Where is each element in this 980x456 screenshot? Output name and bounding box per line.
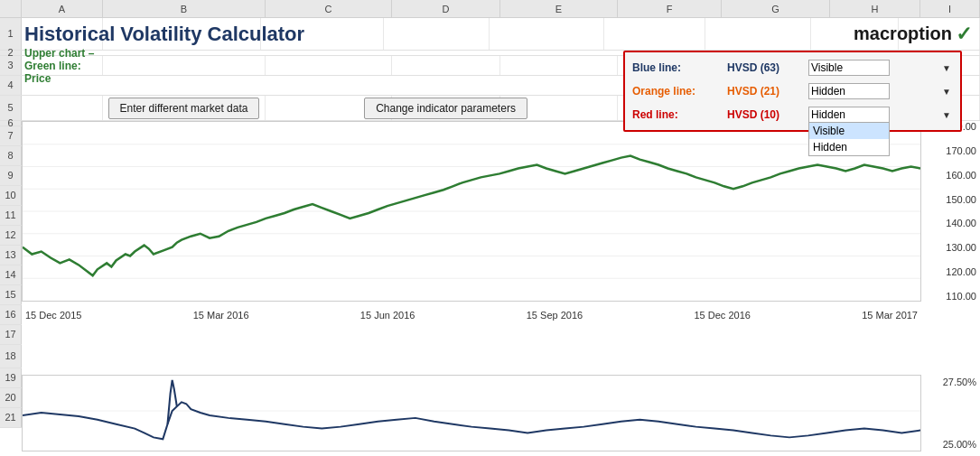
row-num-7: 7 bbox=[0, 126, 22, 145]
blue-line-value: HVSD (63) bbox=[727, 61, 808, 74]
dropdown-option-visible[interactable]: Visible bbox=[809, 123, 889, 139]
volatility-chart-svg bbox=[23, 376, 920, 451]
lower-y-axis: 27.50% 25.00% bbox=[921, 375, 980, 451]
orange-line-label: Orange line: bbox=[632, 85, 727, 98]
red-line-row: Red line: HVSD (10) Visible Hidden ▼ Vis… bbox=[632, 105, 953, 125]
cell-3b bbox=[103, 56, 266, 75]
red-line-label: Red line: bbox=[632, 108, 727, 121]
cell-5a bbox=[22, 96, 103, 120]
blue-select-arrow-icon: ▼ bbox=[942, 63, 951, 73]
row-num-20: 20 bbox=[0, 388, 22, 407]
red-line-dropdown-list: Visible Hidden bbox=[808, 123, 890, 156]
row-num-12: 12 bbox=[0, 226, 22, 245]
cell-1e bbox=[490, 18, 604, 50]
cell-1c bbox=[261, 18, 384, 50]
y-label-160: 160.00 bbox=[925, 170, 976, 181]
col-header-h: H bbox=[830, 0, 920, 17]
orange-line-select[interactable]: Visible Hidden bbox=[808, 83, 890, 99]
y-label-140: 140.00 bbox=[925, 218, 976, 228]
blue-line-select-wrap: Visible Hidden ▼ bbox=[808, 60, 953, 76]
cell-1b bbox=[103, 18, 261, 50]
logo-checkmark-icon: ✓ bbox=[956, 23, 972, 46]
cell-1g bbox=[705, 18, 811, 50]
column-headers: A B C D E F G H I bbox=[0, 0, 980, 18]
row-num-15: 15 bbox=[0, 285, 22, 304]
row-num-14: 14 bbox=[0, 265, 22, 284]
upper-x-axis: 15 Dec 2015 15 Mar 2016 15 Jun 2016 15 S… bbox=[22, 302, 921, 329]
y-label-110: 110.00 bbox=[925, 291, 976, 302]
orange-line-value: HVSD (21) bbox=[727, 85, 808, 98]
row-num-11: 11 bbox=[0, 206, 22, 225]
red-line-value: HVSD (10) bbox=[727, 108, 808, 121]
lower-y-label-27: 27.50% bbox=[925, 377, 976, 387]
chart-area: 180.00 170.00 160.00 150.00 140.00 130.0… bbox=[22, 121, 980, 456]
cell-3a: Upper chart – Green line: Price bbox=[22, 56, 103, 75]
logo-text: macroption bbox=[854, 23, 952, 44]
price-chart-svg bbox=[23, 122, 920, 301]
upper-y-axis: 180.00 170.00 160.00 150.00 140.00 130.0… bbox=[921, 121, 980, 302]
orange-line-row: Orange line: HVSD (21) Visible Hidden ▼ bbox=[632, 81, 953, 101]
enter-data-btn-cell: Enter different market data bbox=[103, 96, 266, 120]
row-num-19: 19 bbox=[0, 368, 22, 387]
lower-chart-canvas bbox=[22, 375, 921, 451]
upper-chart-canvas bbox=[22, 121, 921, 302]
row-num-1: 1 bbox=[0, 18, 22, 50]
legend-panel: Blue line: HVSD (63) Visible Hidden ▼ Or… bbox=[623, 51, 962, 132]
col-header-d: D bbox=[392, 0, 500, 17]
red-select-arrow-icon: ▼ bbox=[942, 110, 951, 120]
row-num-16: 16 bbox=[0, 305, 22, 324]
lower-y-label-25: 25.00% bbox=[925, 439, 976, 450]
dropdown-option-hidden[interactable]: Hidden bbox=[809, 139, 889, 155]
cell-1d bbox=[384, 18, 490, 50]
red-line-select-wrap: Visible Hidden ▼ Visible Hidden bbox=[808, 107, 953, 123]
y-label-150: 150.00 bbox=[925, 194, 976, 205]
x-label-mar2016: 15 Mar 2016 bbox=[193, 310, 249, 321]
col-header-c: C bbox=[266, 0, 392, 17]
col-header-g: G bbox=[722, 0, 830, 17]
y-label-170: 170.00 bbox=[925, 145, 976, 156]
x-label-mar2017: 15 Mar 2017 bbox=[862, 310, 918, 321]
row-num-18: 18 bbox=[0, 345, 22, 368]
lower-volatility-chart: 27.50% 25.00% bbox=[22, 375, 980, 456]
cell-3c bbox=[266, 56, 392, 75]
blue-line-select[interactable]: Visible Hidden bbox=[808, 60, 890, 76]
orange-line-select-wrap: Visible Hidden ▼ bbox=[808, 83, 953, 99]
blue-line-label: Blue line: bbox=[632, 61, 727, 74]
row-num-13: 13 bbox=[0, 246, 22, 265]
y-label-130: 130.00 bbox=[925, 242, 976, 253]
row-num-9: 9 bbox=[0, 166, 22, 185]
row-num-header bbox=[0, 0, 22, 17]
row-1: 1 Historical Volatility Calculator macro… bbox=[0, 18, 980, 51]
x-label-dec2015: 15 Dec 2015 bbox=[25, 310, 81, 321]
x-label-sep2016: 15 Sep 2016 bbox=[527, 310, 583, 321]
cell-3d bbox=[392, 56, 500, 75]
row-num-8: 8 bbox=[0, 146, 22, 165]
col-header-e: E bbox=[500, 0, 618, 17]
cell-3e bbox=[500, 56, 618, 75]
col-header-a: A bbox=[22, 0, 103, 17]
col-header-f: F bbox=[618, 0, 722, 17]
enter-data-button[interactable]: Enter different market data bbox=[108, 98, 260, 119]
cell-1f bbox=[604, 18, 705, 50]
row-num-10: 10 bbox=[0, 186, 22, 205]
row-num-21: 21 bbox=[0, 408, 22, 427]
cell-5e bbox=[500, 96, 618, 120]
orange-select-arrow-icon: ▼ bbox=[942, 87, 951, 97]
change-params-btn-cell: Change indicator parameters bbox=[392, 96, 500, 120]
col-header-i: I bbox=[920, 0, 980, 17]
row-num-17: 17 bbox=[0, 325, 22, 344]
x-label-jun2016: 15 Jun 2016 bbox=[360, 310, 415, 321]
row-num-6: 6 bbox=[0, 121, 22, 126]
blue-line-row: Blue line: HVSD (63) Visible Hidden ▼ bbox=[632, 58, 953, 78]
logo-cell: macroption ✓ bbox=[899, 18, 980, 50]
y-label-120: 120.00 bbox=[925, 266, 976, 277]
x-label-dec2016: 15 Dec 2016 bbox=[694, 310, 750, 321]
row-num-2: 2 bbox=[0, 51, 22, 55]
row-num-4: 4 bbox=[0, 76, 22, 95]
row-num-3: 3 bbox=[0, 56, 22, 75]
spreadsheet: A B C D E F G H I 1 Historical Volatilit… bbox=[0, 0, 980, 456]
row-num-5: 5 bbox=[0, 96, 22, 120]
col-header-b: B bbox=[103, 0, 266, 17]
title-cell: Historical Volatility Calculator bbox=[22, 18, 103, 50]
red-line-select[interactable]: Visible Hidden bbox=[808, 107, 890, 123]
